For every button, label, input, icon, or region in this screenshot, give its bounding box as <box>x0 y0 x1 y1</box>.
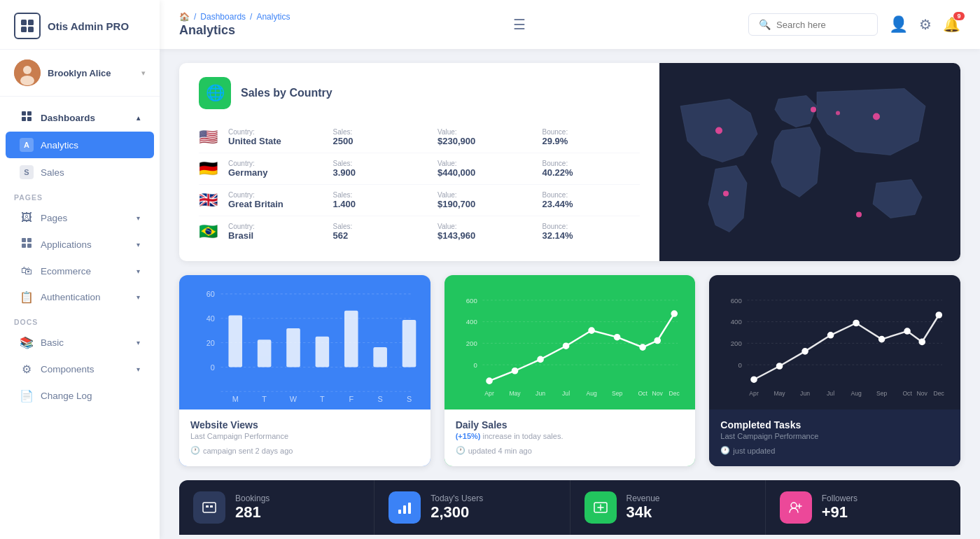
svg-point-59 <box>654 338 660 344</box>
svg-text:20: 20 <box>206 339 215 347</box>
sales-by-country-card: 🌐 Sales by Country 🇺🇸 Country: United St… <box>179 63 960 261</box>
value-col: Value: $190,700 <box>438 191 536 209</box>
svg-text:W: W <box>290 396 298 404</box>
pages-icon: 🖼 <box>20 211 34 224</box>
svg-point-17 <box>873 113 880 120</box>
highlight-text: (+15%) <box>456 432 481 440</box>
clock-icon: 🕐 <box>456 446 465 455</box>
sidebar-item-label: Basic <box>41 337 64 348</box>
chevron-up-icon: ▴ <box>136 114 140 122</box>
sales-card-title: Sales by Country <box>241 87 332 99</box>
svg-point-57 <box>614 335 620 340</box>
components-icon: ⚙ <box>20 363 34 376</box>
svg-rect-101 <box>408 503 411 514</box>
sidebar: Otis Admin PRO Brooklyn Alice ▾ Das <box>0 0 160 539</box>
main-area: 🏠 / Dashboards / Analytics Analytics ☰ 🔍… <box>160 0 980 539</box>
sidebar-logo: Otis Admin PRO <box>0 0 160 50</box>
notifications-button[interactable]: 🔔 9 <box>943 16 960 33</box>
website-views-card: 60 40 20 0 M T <box>179 275 430 466</box>
stat-value: +91 <box>822 503 858 522</box>
svg-rect-30 <box>228 315 242 367</box>
sales-row: 🇺🇸 Country: United State Sales: 2500 Val… <box>199 122 640 153</box>
changelog-icon: 📄 <box>20 389 34 402</box>
svg-rect-0 <box>21 20 27 25</box>
sidebar-item-ecommerce[interactable]: 🛍 Ecommerce ▾ <box>6 258 154 284</box>
notification-badge: 9 <box>953 12 965 20</box>
svg-text:60: 60 <box>206 290 215 298</box>
svg-text:40: 40 <box>206 314 215 323</box>
svg-text:May: May <box>509 390 521 397</box>
basic-icon: 📚 <box>20 336 34 349</box>
country-col: Country: Brasil <box>228 223 326 241</box>
app-name: Otis Admin PRO <box>48 20 129 32</box>
sidebar-item-components[interactable]: ⚙ Components ▾ <box>6 356 154 382</box>
search-box[interactable]: 🔍 <box>748 13 878 36</box>
revenue-icon <box>584 491 617 524</box>
svg-rect-96 <box>203 503 216 512</box>
header: 🏠 / Dashboards / Analytics Analytics ☰ 🔍… <box>160 0 980 49</box>
svg-rect-2 <box>21 27 27 32</box>
svg-text:Sep: Sep <box>876 390 888 397</box>
settings-icon-button[interactable]: ⚙ <box>919 16 932 33</box>
svg-rect-3 <box>28 27 34 32</box>
sidebar-item-applications[interactable]: Applications ▾ <box>6 231 154 258</box>
country-col: Country: United State <box>228 128 326 146</box>
world-map-section <box>659 63 960 261</box>
menu-toggle-button[interactable]: ☰ <box>513 16 526 33</box>
analytics-letter: A <box>20 138 34 152</box>
svg-point-55 <box>563 343 568 349</box>
sidebar-item-dashboards[interactable]: Dashboards ▴ <box>6 104 154 131</box>
header-left: 🏠 / Dashboards / Analytics Analytics <box>179 12 290 38</box>
chart-info: Completed Tasks Last Campaign Performanc… <box>709 410 960 466</box>
sales-row: 🇧🇷 Country: Brasil Sales: 562 Value: $14… <box>199 216 640 247</box>
svg-text:Jul: Jul <box>827 390 834 397</box>
daily-sales-card: 600 400 200 0 <box>444 275 696 466</box>
svg-text:S: S <box>378 396 383 404</box>
sidebar-item-pages[interactable]: 🖼 Pages ▾ <box>6 205 154 230</box>
users-chart-icon <box>388 491 421 524</box>
bar-chart-area: 60 40 20 0 M T <box>179 275 430 410</box>
svg-rect-35 <box>373 347 387 367</box>
svg-point-86 <box>937 312 942 318</box>
svg-point-53 <box>512 368 517 374</box>
svg-point-85 <box>920 340 925 345</box>
svg-text:0: 0 <box>473 361 477 369</box>
content-area: 🌐 Sales by Country 🇺🇸 Country: United St… <box>160 49 980 539</box>
chevron-down-icon: ▾ <box>136 365 140 373</box>
svg-point-103 <box>791 503 797 508</box>
stat-text: Bookings 281 <box>235 493 270 522</box>
sidebar-item-label: Analytics <box>41 140 78 150</box>
user-profile[interactable]: Brooklyn Alice ▾ <box>0 50 160 97</box>
search-input[interactable] <box>776 20 867 30</box>
sidebar-item-changelog[interactable]: 📄 Change Log <box>6 383 154 409</box>
svg-rect-1 <box>28 20 34 25</box>
sidebar-item-sales[interactable]: S Sales <box>6 159 154 186</box>
line-chart-area: 600 400 200 0 <box>444 275 696 410</box>
svg-text:400: 400 <box>465 318 477 326</box>
breadcrumb: 🏠 / Dashboards / Analytics <box>179 12 290 22</box>
flag-br: 🇧🇷 <box>199 223 221 241</box>
auth-icon: 📋 <box>20 290 34 304</box>
sales-row: 🇩🇪 Country: Germany Sales: 3.900 Value: … <box>199 153 640 185</box>
svg-text:Oct: Oct <box>903 390 913 397</box>
user-icon-button[interactable]: 👤 <box>889 15 908 34</box>
clock-icon: 🕐 <box>720 446 730 455</box>
clock-icon: 🕐 <box>190 446 200 455</box>
chart-time: 🕐 campaign sent 2 days ago <box>190 446 419 455</box>
svg-text:Jun: Jun <box>536 390 545 397</box>
value-col: Value: $440,000 <box>438 160 536 178</box>
chart-time: 🕐 updated 4 min ago <box>456 446 685 455</box>
chevron-down-icon: ▾ <box>136 267 140 275</box>
sidebar-item-basic[interactable]: 📚 Basic ▾ <box>6 330 154 356</box>
svg-rect-12 <box>27 238 31 242</box>
svg-point-79 <box>777 363 783 369</box>
sidebar-item-authentication[interactable]: 📋 Authentication ▾ <box>6 284 154 310</box>
sidebar-item-analytics[interactable]: A Analytics <box>6 132 154 158</box>
svg-text:400: 400 <box>731 318 742 326</box>
section-label-pages: PAGES <box>0 186 160 204</box>
svg-rect-31 <box>258 340 272 367</box>
svg-point-54 <box>538 357 543 363</box>
flag-de: 🇩🇪 <box>199 160 221 178</box>
svg-point-16 <box>811 107 816 113</box>
svg-point-58 <box>640 344 645 350</box>
